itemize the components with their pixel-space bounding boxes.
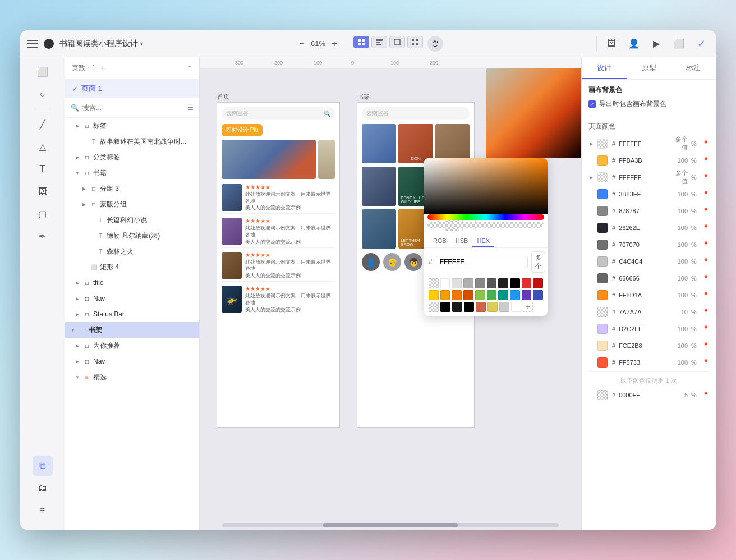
layer-item-rect4[interactable]: ⬜ 矩形 4 [65, 259, 199, 275]
line-tool-btn[interactable]: ╱ [33, 114, 53, 134]
swatch-dgray[interactable] [487, 278, 497, 288]
view-mode3-btn[interactable] [389, 36, 405, 48]
page1-item[interactable]: ✓ 页面 1 [65, 80, 199, 98]
pin-icon-3[interactable]: 📍 [702, 191, 709, 198]
rect-tool-btn[interactable]: ▢ [33, 204, 53, 224]
zoom-in-button[interactable]: + [329, 38, 340, 49]
swatch-dred[interactable] [533, 278, 543, 288]
expand-arrow-2[interactable]: ▶ [588, 175, 594, 180]
swatch-mgray[interactable] [463, 278, 473, 288]
zoom-out-button[interactable]: − [296, 38, 307, 49]
swatch-b2[interactable] [452, 302, 462, 312]
swatch-rust[interactable] [476, 302, 486, 312]
play-icon-btn[interactable]: ▶ [648, 36, 664, 52]
expand-arrow-6[interactable] [588, 242, 594, 247]
swatch-green[interactable] [487, 290, 497, 300]
layer-item-recommend[interactable]: ▶ □ 为你推荐 [65, 338, 199, 354]
expand-arrow-11[interactable] [588, 326, 594, 332]
layers-btn[interactable]: ⧉ [33, 456, 53, 476]
prototype-button[interactable]: ⏱ [427, 36, 443, 52]
layer-item-bookshelf[interactable]: ▼ □ 书架 [65, 322, 199, 338]
layer-item-sci[interactable]: T 长篇科幻小说 [65, 212, 199, 228]
swatch-teal[interactable] [498, 290, 508, 300]
pin-icon-10[interactable]: 📍 [702, 309, 709, 315]
swatch-lgreen[interactable] [475, 290, 485, 300]
search-input[interactable] [82, 104, 184, 112]
pin-icon-7[interactable]: 📍 [702, 258, 709, 265]
swatch-t2[interactable] [429, 302, 439, 312]
view-design-btn[interactable] [353, 36, 369, 48]
swatch-purple[interactable] [522, 290, 532, 300]
expand-arrow-5[interactable] [588, 225, 594, 231]
view-mode4-btn[interactable] [407, 36, 423, 48]
expand-arrow-7[interactable] [588, 259, 594, 264]
swatch-lgray[interactable] [452, 278, 462, 288]
layer-item-books[interactable]: ▼ □ 书籍 [65, 165, 199, 181]
move-tool-btn[interactable]: ⬜ [33, 62, 53, 82]
swatch-blue[interactable] [510, 290, 520, 300]
image-tool-btn[interactable]: 🖼 [33, 181, 53, 201]
pin-icon-9[interactable]: 📍 [702, 292, 709, 299]
layer-item-featured[interactable]: ▼ ≡ 精选 [65, 369, 199, 385]
view-mode2-btn[interactable] [371, 36, 387, 48]
layer-item-biaoshu[interactable]: ▶ □ 标签 [65, 118, 199, 134]
frame-tool-btn[interactable]: ○ [33, 84, 53, 104]
swatch-orange[interactable] [452, 290, 462, 300]
publish-btn[interactable]: ✓ [693, 36, 709, 52]
swatch-transparent[interactable] [429, 278, 439, 288]
color-gradient-area[interactable] [424, 158, 548, 214]
swatch-black[interactable] [510, 278, 520, 288]
tab-mark[interactable]: 标注 [671, 57, 716, 79]
export-checkbox[interactable]: ✓ [588, 100, 596, 108]
user-icon-btn[interactable]: 👤 [626, 36, 642, 52]
assets-btn[interactable]: 🗂 [33, 478, 53, 498]
expand-arrow-13[interactable] [588, 360, 594, 365]
layer-item-demu[interactable]: T 德勒·凡尔纳蒙(法) [65, 228, 199, 244]
swatch-gray[interactable] [475, 278, 485, 288]
pin-icon-used-0[interactable]: 📍 [702, 392, 709, 398]
pin-icon-11[interactable]: 📍 [702, 325, 709, 332]
pin-icon-13[interactable]: 📍 [702, 359, 709, 366]
pen-tool-btn[interactable]: ✒ [33, 226, 53, 246]
pin-icon-0[interactable]: 📍 [702, 140, 709, 147]
expand-arrow-4[interactable] [588, 208, 594, 214]
filter-icon[interactable]: ☰ [187, 104, 194, 112]
tab-prototype[interactable]: 原型 [627, 57, 671, 79]
hex-input[interactable] [436, 256, 528, 268]
layer-item-group3[interactable]: ▶ □ 分组 3 [65, 181, 199, 196]
layer-item-story[interactable]: T 故事叙述在美国南北战争时... [65, 134, 199, 149]
text-tool-btn[interactable]: T [33, 159, 53, 179]
swatch-white[interactable] [440, 278, 450, 288]
swatch-red[interactable] [522, 278, 532, 288]
swatch-yellow[interactable] [429, 290, 439, 300]
expand-arrow-1[interactable] [588, 158, 594, 163]
canvas-area[interactable]: -300 -200 -100 0 100 200 首页 云南宝谷 🔍 [200, 57, 581, 530]
expand-arrow-3[interactable] [588, 191, 594, 197]
layer-item-nav2[interactable]: ▶ □ Nav [65, 354, 199, 369]
layer-item-category[interactable]: ▶ □ 分类标签 [65, 149, 199, 165]
expand-arrow-0[interactable]: ▶ [588, 141, 594, 146]
expand-arrow-10[interactable] [588, 309, 594, 315]
layer-item-forest[interactable]: T 森林之火 [65, 244, 199, 259]
hamburger-icon[interactable] [27, 40, 38, 48]
swatch-indigo[interactable] [533, 290, 543, 300]
pin-icon-5[interactable]: 📍 [702, 224, 709, 231]
pin-icon-6[interactable]: 📍 [702, 241, 709, 248]
export-icon-btn[interactable]: ⬜ [671, 36, 687, 52]
expand-arrow-8[interactable] [588, 276, 594, 281]
swatch-amber[interactable] [440, 290, 450, 300]
swatch-b1[interactable] [440, 302, 450, 312]
rgb-tab[interactable]: RGB [429, 235, 451, 247]
layer-item-title[interactable]: ▶ □ title [65, 275, 199, 291]
swatch-gold[interactable] [487, 302, 498, 312]
multi-btn[interactable]: 多个 [531, 251, 545, 273]
canvas-scrollbar[interactable] [222, 523, 559, 527]
community-icon-btn[interactable]: 🖼 [604, 36, 619, 52]
pin-icon-2[interactable]: 📍 [702, 174, 709, 181]
triangle-tool-btn[interactable]: △ [33, 136, 53, 157]
expand-arrow-9[interactable] [588, 292, 594, 298]
tab-design[interactable]: 设计 [582, 57, 627, 79]
expand-arrow-12[interactable] [588, 343, 594, 348]
expand-arrow-used-0[interactable] [588, 392, 594, 398]
collapse-btn[interactable]: ⌃ [187, 65, 192, 72]
